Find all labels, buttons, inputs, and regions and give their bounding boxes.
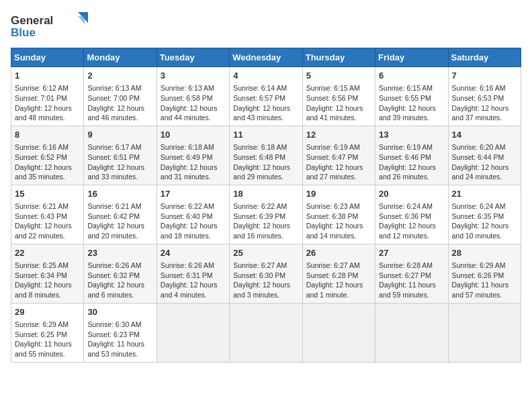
day-info: Sunset: 6:31 PM [161,271,226,281]
day-number: 16 [87,188,152,200]
day-info: Sunrise: 6:27 AM [233,261,298,271]
day-info: Daylight: 12 hours [233,103,298,113]
calendar-cell: 12Sunrise: 6:19 AMSunset: 6:47 PMDayligh… [302,126,375,185]
day-info: Daylight: 12 hours [233,221,298,231]
day-info: and 35 minutes. [15,172,80,182]
day-info: and 4 minutes. [161,290,226,300]
day-info: Sunset: 6:47 PM [306,152,371,163]
day-info: Daylight: 12 hours [306,280,371,290]
weekday-header-sunday: Sunday [11,48,84,67]
day-info: and 1 minute. [306,290,371,300]
day-number: 15 [15,188,80,200]
day-info: Sunset: 6:49 PM [161,152,226,163]
weekday-header-monday: Monday [84,48,157,67]
svg-text:General: General [11,14,53,27]
svg-text:Blue: Blue [11,26,36,39]
day-number: 10 [161,129,226,141]
calendar-cell [302,303,375,362]
day-info: Sunrise: 6:29 AM [15,320,80,330]
day-info: Sunset: 6:25 PM [15,330,80,340]
day-info: Sunset: 6:58 PM [161,93,226,103]
calendar-cell: 24Sunrise: 6:26 AMSunset: 6:31 PMDayligh… [157,244,229,303]
day-info: and 22 minutes. [15,231,80,241]
calendar-cell [448,303,521,362]
day-number: 26 [306,247,371,259]
day-info: Sunrise: 6:22 AM [233,201,298,212]
day-info: Sunset: 7:01 PM [15,93,80,103]
day-info: Daylight: 12 hours [15,103,80,113]
day-info: and 59 minutes. [379,290,444,300]
calendar-cell: 5Sunrise: 6:15 AMSunset: 6:56 PMDaylight… [302,67,375,126]
calendar-cell: 22Sunrise: 6:25 AMSunset: 6:34 PMDayligh… [11,244,84,303]
day-info: Sunset: 6:51 PM [87,152,152,163]
calendar-cell: 10Sunrise: 6:18 AMSunset: 6:49 PMDayligh… [157,126,229,185]
day-info: Sunrise: 6:15 AM [306,83,371,93]
calendar-cell: 11Sunrise: 6:18 AMSunset: 6:48 PMDayligh… [230,126,302,185]
day-info: Sunrise: 6:22 AM [161,201,226,212]
day-info: Sunrise: 6:24 AM [379,201,444,212]
day-info: Sunrise: 6:19 AM [379,142,444,152]
day-number: 20 [379,188,444,200]
day-info: Sunrise: 6:20 AM [452,142,517,152]
day-info: and 16 minutes. [233,231,298,241]
day-number: 3 [161,70,226,82]
day-info: and 6 minutes. [87,290,152,300]
day-info: and 55 minutes. [15,349,80,359]
day-info: and 20 minutes. [87,231,152,241]
day-info: Sunrise: 6:15 AM [379,83,444,93]
day-info: and 18 minutes. [161,231,226,241]
day-info: and 24 minutes. [452,172,517,182]
day-info: Sunset: 6:30 PM [233,271,298,281]
day-info: Sunrise: 6:30 AM [87,320,152,330]
day-info: Sunrise: 6:16 AM [452,83,517,93]
calendar-cell: 4Sunrise: 6:14 AMSunset: 6:57 PMDaylight… [230,67,302,126]
day-info: Sunrise: 6:17 AM [87,142,152,152]
day-info: Sunrise: 6:18 AM [233,142,298,152]
day-info: Sunrise: 6:29 AM [452,261,517,271]
day-info: and 53 minutes. [87,349,152,359]
day-info: and 31 minutes. [161,172,226,182]
day-info: and 3 minutes. [233,290,298,300]
day-info: Daylight: 12 hours [452,163,517,173]
day-info: and 33 minutes. [87,172,152,182]
day-info: Sunset: 6:34 PM [15,271,80,281]
day-info: Daylight: 12 hours [379,103,444,113]
day-number: 12 [306,129,371,141]
logo-svg: General Blue [11,11,91,41]
day-number: 22 [15,247,80,259]
day-number: 11 [233,129,298,141]
day-info: Daylight: 12 hours [161,103,226,113]
day-info: Daylight: 12 hours [161,163,226,173]
calendar-cell: 27Sunrise: 6:28 AMSunset: 6:27 PMDayligh… [375,244,448,303]
calendar-table: SundayMondayTuesdayWednesdayThursdayFrid… [11,48,521,363]
calendar-cell: 23Sunrise: 6:26 AMSunset: 6:32 PMDayligh… [84,244,157,303]
day-info: and 48 minutes. [15,113,80,123]
day-info: Daylight: 12 hours [161,280,226,290]
calendar-cell: 28Sunrise: 6:29 AMSunset: 6:26 PMDayligh… [448,244,521,303]
day-info: Daylight: 12 hours [87,280,152,290]
logo-mark: General Blue [11,11,91,41]
calendar-cell: 8Sunrise: 6:16 AMSunset: 6:52 PMDaylight… [11,126,84,185]
day-info: Daylight: 12 hours [452,103,517,113]
day-number: 14 [452,129,517,141]
day-number: 30 [87,306,152,318]
day-info: Sunrise: 6:18 AM [161,142,226,152]
day-info: Sunrise: 6:13 AM [87,83,152,93]
day-info: Daylight: 12 hours [15,280,80,290]
weekday-header-wednesday: Wednesday [230,48,302,67]
day-info: Sunset: 6:36 PM [379,212,444,222]
day-number: 8 [15,129,80,141]
day-number: 6 [379,70,444,82]
day-number: 29 [15,306,80,318]
day-info: Daylight: 12 hours [15,221,80,231]
day-number: 2 [87,70,152,82]
day-info: and 26 minutes. [379,172,444,182]
day-number: 5 [306,70,371,82]
day-info: Sunset: 6:35 PM [452,212,517,222]
day-info: and 12 minutes. [379,231,444,241]
day-info: Daylight: 12 hours [379,221,444,231]
day-info: Sunset: 6:38 PM [306,212,371,222]
day-info: Sunrise: 6:24 AM [452,201,517,212]
day-number: 28 [452,247,517,259]
day-info: Daylight: 12 hours [161,221,226,231]
